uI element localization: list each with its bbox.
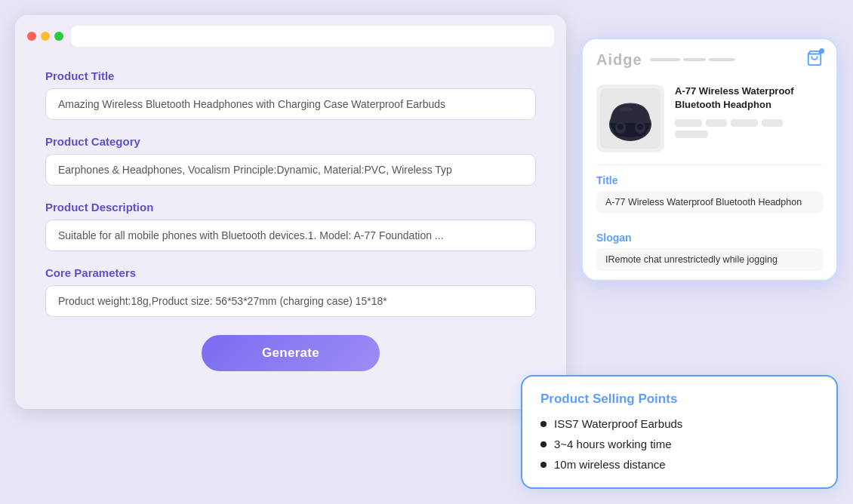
- product-image: [596, 85, 664, 152]
- slogan-section-label: Slogan: [596, 232, 823, 244]
- selling-points-list: ISS7 Waterproof Earbuds 3~4 hours workin…: [540, 417, 818, 471]
- product-description-section: Product Description Suitable for all mob…: [45, 201, 536, 251]
- product-description-input[interactable]: Suitable for all mobile phones with Blue…: [45, 220, 536, 251]
- product-info: A-77 Wireless Waterproof Bluetooth Headp…: [675, 85, 823, 138]
- product-category-label: Product Category: [45, 135, 536, 148]
- browser-content: Product Title Amazing Wireless Bluetooth…: [15, 54, 566, 379]
- selling-point-text-2: 3~4 hours working time: [554, 438, 672, 450]
- core-parameters-section: Core Parameters Product weight:18g,Produ…: [45, 266, 536, 317]
- skeleton-block-1: [675, 119, 702, 127]
- bullet-3: [540, 462, 547, 468]
- product-preview: A-77 Wireless Waterproof Bluetooth Headp…: [583, 77, 836, 164]
- cart-notification-dot: [819, 48, 824, 54]
- skeleton-block-3: [731, 119, 758, 127]
- logo-line-3: [709, 58, 735, 61]
- core-parameters-input[interactable]: Product weight:18g,Product size: 56*53*2…: [45, 285, 536, 317]
- title-section: Title A-77 Wireless Waterproof Bluetooth…: [583, 165, 836, 223]
- scene: Product Title Amazing Wireless Bluetooth…: [0, 0, 853, 504]
- generate-button[interactable]: Generate: [202, 335, 380, 371]
- slogan-value: IRemote chat unrestrictedly while joggin…: [596, 248, 823, 271]
- selling-point-text-1: ISS7 Waterproof Earbuds: [554, 417, 682, 430]
- selling-point-item-3: 10m wireless distance: [540, 458, 818, 471]
- aidge-logo: Aidge: [596, 51, 642, 69]
- traffic-dot-red[interactable]: [27, 32, 36, 41]
- cart-icon-wrap[interactable]: [806, 50, 823, 69]
- slogan-section: Slogan IRemote chat unrestrictedly while…: [583, 223, 836, 280]
- title-value: A-77 Wireless Waterproof Bluetooth Headp…: [596, 191, 823, 214]
- browser-titlebar: [15, 15, 566, 54]
- product-category-section: Product Category Earphones & Headphones,…: [45, 135, 536, 186]
- generate-button-wrap: Generate: [45, 335, 536, 371]
- skeleton-lines: [675, 119, 823, 138]
- selling-points-title: Product Selling Points: [540, 392, 818, 407]
- title-section-label: Title: [596, 174, 823, 186]
- core-parameters-label: Core Parameters: [45, 266, 536, 279]
- traffic-lights: [27, 32, 63, 41]
- product-description-label: Product Description: [45, 201, 536, 214]
- logo-line-2: [683, 58, 706, 61]
- traffic-dot-green[interactable]: [54, 32, 63, 41]
- headphone-illustration: [600, 88, 661, 149]
- traffic-dot-yellow[interactable]: [41, 32, 50, 41]
- product-name-text: A-77 Wireless Waterproof Bluetooth Headp…: [675, 85, 823, 112]
- selling-point-item-2: 3~4 hours working time: [540, 438, 818, 450]
- skeleton-block-4: [762, 119, 783, 127]
- card-panel: Aidge: [581, 38, 838, 281]
- product-title-label: Product Title: [45, 69, 536, 82]
- svg-point-9: [637, 124, 643, 130]
- selling-point-item-1: ISS7 Waterproof Earbuds: [540, 417, 818, 430]
- skeleton-row-2: [675, 131, 823, 138]
- browser-window: Product Title Amazing Wireless Bluetooth…: [15, 15, 566, 409]
- svg-point-6: [617, 124, 624, 130]
- bullet-1: [540, 421, 547, 427]
- skeleton-block-5: [675, 131, 708, 138]
- address-bar[interactable]: [71, 26, 554, 47]
- product-category-input[interactable]: Earphones & Headphones, Vocalism Princip…: [45, 154, 536, 186]
- skeleton-block-2: [706, 119, 727, 127]
- selling-point-text-3: 10m wireless distance: [554, 458, 666, 471]
- logo-decorations: [650, 58, 735, 61]
- svg-point-10: [621, 107, 633, 112]
- card-header: Aidge: [583, 39, 836, 77]
- bullet-2: [540, 441, 547, 447]
- selling-points-popup: Product Selling Points ISS7 Waterproof E…: [521, 375, 838, 489]
- product-title-section: Product Title Amazing Wireless Bluetooth…: [45, 69, 536, 120]
- logo-line-1: [650, 58, 680, 61]
- skeleton-row-1: [675, 119, 823, 127]
- product-title-input[interactable]: Amazing Wireless Bluetooth Headphones wi…: [45, 88, 536, 120]
